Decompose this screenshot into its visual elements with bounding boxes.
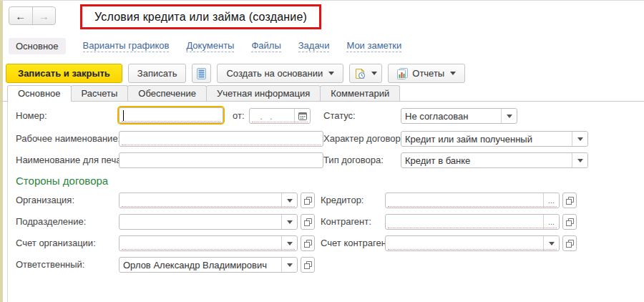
responsible-combo-input[interactable] (119, 258, 281, 272)
chevron-down-icon (328, 72, 334, 75)
chevron-down-icon (371, 72, 377, 75)
forward-arrow-icon: → (39, 10, 49, 22)
nav-item-main[interactable]: Основное (9, 38, 66, 54)
nav-item-documents[interactable]: Документы (186, 40, 234, 52)
counterparty-open-button[interactable] (562, 214, 577, 230)
tab-pane-border (7, 101, 8, 302)
tab-main[interactable]: Основное (7, 85, 72, 102)
report-chart-icon (397, 68, 408, 79)
reports-label: Отчеты (412, 68, 444, 79)
nav-linkbar: Основное Варианты графиков Документы Фай… (9, 38, 401, 54)
ellipsis-icon: ... (548, 197, 555, 204)
responsible-dropdown-button[interactable] (281, 258, 297, 272)
counterparty-label: Контрагент: (321, 216, 371, 227)
tab-strip: Основное Расчеты Обеспечение Учетная инф… (0, 85, 644, 102)
dropdown-arrow-icon (577, 159, 583, 162)
counterparty-input[interactable] (386, 215, 543, 229)
creditor-label: Кредитор: (321, 195, 364, 205)
dropdown-arrow-icon (577, 137, 583, 141)
dropdown-arrow-icon (287, 242, 293, 245)
save-button[interactable]: Записать (128, 64, 187, 83)
date-label: от: (233, 110, 245, 121)
nav-item-tasks[interactable]: Задачи (298, 40, 330, 52)
nav-item-schedule-variants[interactable]: Варианты графиков (83, 40, 170, 52)
chevron-down-icon (450, 72, 456, 75)
tab-comment[interactable]: Комментарий (320, 85, 400, 101)
date-field-wrap (249, 108, 311, 124)
show-register-records-button[interactable] (192, 64, 211, 83)
register-records-icon (197, 68, 206, 79)
reports-button[interactable]: Отчеты (388, 64, 465, 83)
responsible-label: Ответственный: (16, 259, 84, 270)
open-form-icon (304, 240, 312, 248)
status-combo-input[interactable] (401, 109, 501, 123)
reminder-button[interactable] (349, 64, 382, 83)
counterparty-account-combo-input[interactable] (386, 236, 543, 250)
org-account-field-wrap (119, 235, 298, 251)
organization-open-button[interactable] (301, 193, 315, 208)
document-clock-icon (354, 68, 366, 79)
nav-item-my-notes[interactable]: Мои заметки (346, 40, 401, 52)
tab-calculations[interactable]: Расчеты (71, 85, 129, 101)
create-based-on-button[interactable]: Создать на основании (217, 64, 343, 83)
counterparty-account-field-wrap (385, 235, 560, 251)
creditor-input[interactable] (386, 193, 543, 208)
contract-type-combo-input[interactable] (401, 153, 572, 167)
working-name-input[interactable] (119, 132, 323, 146)
nav-item-files[interactable]: Файлы (251, 40, 280, 52)
contract-type-dropdown-button[interactable] (572, 153, 587, 167)
organization-dropdown-button[interactable] (281, 193, 297, 208)
department-label: Подразделение: (16, 216, 86, 227)
working-name-field-wrap (119, 131, 323, 147)
creditor-choose-button[interactable]: ... (543, 193, 559, 208)
toolbar: Записать и закрыть Записать Создать на о… (6, 64, 465, 83)
dropdown-arrow-icon (287, 220, 293, 224)
save-and-close-button[interactable]: Записать и закрыть (6, 64, 122, 83)
counterparty-choose-button[interactable]: ... (543, 215, 559, 229)
print-name-label: Наименование для печати: (16, 155, 133, 165)
window-credit-terms-form: ← → Условия кредита или займа (создание)… (0, 0, 644, 302)
contract-nature-label: Характер договора: (323, 133, 409, 144)
back-arrow-icon: ← (15, 10, 26, 22)
save-label: Записать (137, 68, 177, 79)
department-open-button[interactable] (301, 214, 315, 230)
tab-accounting-info[interactable]: Учетная информация (206, 85, 321, 101)
counterparty-account-open-button[interactable] (562, 235, 577, 251)
responsible-open-button[interactable] (301, 257, 315, 273)
calendar-picker-button[interactable] (294, 109, 310, 123)
dropdown-arrow-icon (549, 242, 555, 245)
org-account-open-button[interactable] (301, 235, 315, 251)
tab-collateral[interactable]: Обеспечение (127, 85, 207, 101)
contract-type-label: Тип договора: (323, 155, 384, 165)
department-dropdown-button[interactable] (281, 215, 297, 229)
contract-nature-dropdown-button[interactable] (572, 132, 587, 146)
creditor-open-button[interactable] (562, 193, 577, 208)
contract-type-field-wrap (401, 152, 588, 168)
history-nav-group: ← → (9, 6, 56, 25)
print-name-input[interactable] (119, 153, 323, 167)
title-annotation-box: Условия кредита или займа (создание) (80, 4, 321, 29)
org-account-combo-input[interactable] (119, 236, 281, 250)
back-button[interactable]: ← (9, 7, 33, 24)
status-dropdown-button[interactable] (501, 109, 517, 123)
counterparty-account-dropdown-button[interactable] (543, 236, 559, 250)
forward-button[interactable]: → (33, 7, 56, 24)
responsible-field-wrap (119, 257, 298, 273)
dropdown-arrow-icon (507, 115, 512, 118)
dropdown-arrow-icon (287, 199, 293, 203)
number-input[interactable] (119, 108, 223, 122)
organization-field-wrap (119, 193, 298, 208)
date-input[interactable] (250, 109, 294, 123)
contract-nature-combo-input[interactable] (401, 132, 572, 146)
working-name-label: Рабочее наименование: (16, 133, 120, 144)
creditor-field-wrap: ... (385, 193, 560, 208)
org-account-dropdown-button[interactable] (281, 236, 297, 250)
number-label: Номер: (16, 110, 47, 121)
dropdown-arrow-icon (287, 263, 293, 267)
open-form-icon (304, 261, 312, 269)
ellipsis-icon: ... (548, 218, 555, 225)
organization-combo-input[interactable] (119, 193, 281, 208)
left-edge-strip (0, 1, 3, 302)
department-combo-input[interactable] (119, 215, 281, 229)
text-caret (123, 110, 124, 121)
